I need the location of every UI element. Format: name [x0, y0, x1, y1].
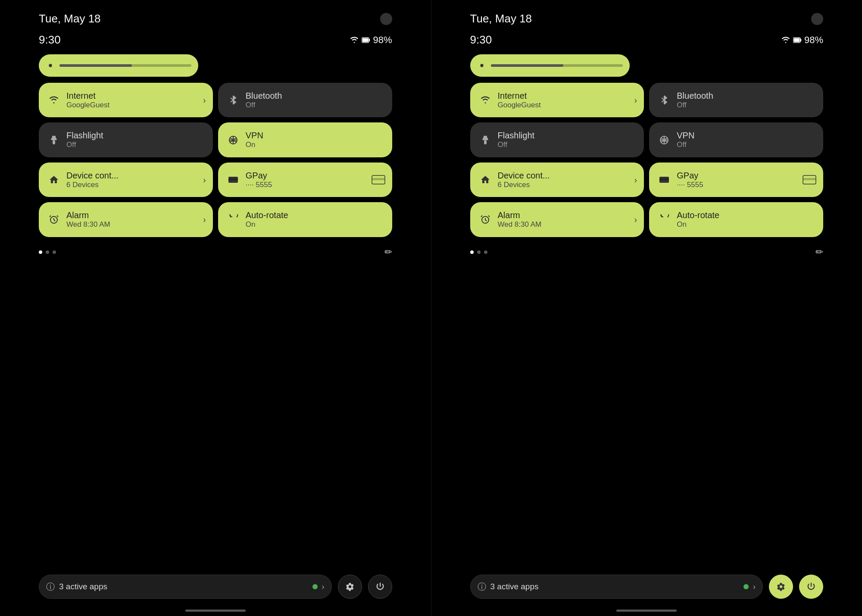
alarm-icon: [47, 214, 60, 225]
alarm-icon: [479, 214, 492, 225]
svg-rect-13: [372, 178, 385, 180]
settings-icon: [345, 582, 355, 591]
wifi-status-icon: [781, 37, 790, 44]
page-dots: [470, 250, 487, 254]
tile-subtitle: ···· 5555: [677, 181, 703, 189]
active-apps-text: 3 active apps: [490, 582, 740, 591]
battery-status-icon: [793, 37, 802, 43]
info-icon: ⓘ: [46, 581, 55, 593]
tile-vpn[interactable]: VPN On: [218, 122, 392, 157]
tile-subtitle: On: [246, 141, 263, 149]
tile-text: VPN Off: [677, 130, 694, 149]
rotate-icon: [658, 214, 671, 225]
vpn-icon: [227, 135, 240, 145]
home-indicator: [616, 610, 677, 612]
tile-title: Device cont...: [498, 170, 550, 181]
tile-card-extra: [372, 175, 385, 184]
tile-bluetooth[interactable]: Bluetooth Off: [218, 83, 392, 117]
brightness-row[interactable]: [39, 54, 392, 77]
svg-rect-7: [52, 136, 56, 138]
tile-autorotate[interactable]: Auto-rotate On: [649, 202, 823, 237]
tile-gpay[interactable]: GPay ···· 5555: [218, 163, 392, 197]
sun-icon: [477, 61, 487, 70]
tile-arrow: ›: [634, 175, 637, 184]
brightness-row[interactable]: [470, 54, 824, 77]
tile-text: Alarm Wed 8:30 AM: [66, 210, 110, 229]
brightness-fill: [491, 64, 563, 67]
tile-flashlight[interactable]: Flashlight Off: [39, 122, 213, 157]
tile-title: Device cont...: [66, 170, 119, 181]
tile-flashlight[interactable]: Flashlight Off: [470, 122, 644, 157]
tile-title: Flashlight: [66, 130, 103, 141]
settings-button[interactable]: [338, 575, 362, 599]
tile-device[interactable]: Device cont... 6 Devices ›: [39, 163, 213, 197]
status-time: 9:30: [470, 33, 492, 47]
tile-subtitle: Off: [66, 141, 103, 149]
tile-vpn[interactable]: VPN Off: [649, 122, 823, 157]
tile-text: Internet GoogleGuest: [498, 91, 541, 109]
tile-arrow: ›: [203, 215, 206, 225]
tile-subtitle: Wed 8:30 AM: [498, 220, 542, 229]
flashlight-icon: [479, 135, 492, 145]
svg-rect-11: [228, 178, 238, 180]
tile-autorotate[interactable]: Auto-rotate On: [218, 202, 392, 237]
page-dot-3[interactable]: [53, 250, 56, 254]
status-icons: 98%: [781, 34, 823, 46]
svg-rect-1: [369, 38, 370, 41]
svg-rect-17: [794, 38, 800, 42]
page-dot-1[interactable]: [39, 250, 42, 254]
home-icon: [47, 175, 60, 185]
battery-percentage: 98%: [373, 34, 392, 46]
tile-title: Bluetooth: [246, 91, 282, 101]
status-bar: Tue, May 18: [39, 0, 392, 30]
tile-subtitle: 6 Devices: [66, 181, 119, 189]
tile-arrow: ›: [203, 95, 206, 105]
edit-icon[interactable]: ✏: [384, 247, 392, 258]
phone-panel-right: Tue, May 18 9:30 98%: [431, 0, 862, 616]
page-dot-2[interactable]: [46, 250, 49, 254]
tile-gpay[interactable]: GPay ···· 5555: [649, 163, 823, 197]
brightness-bar[interactable]: [470, 54, 630, 77]
home-icon: [479, 175, 492, 185]
tile-subtitle: GoogleGuest: [66, 101, 109, 109]
dots-row: ✏: [470, 242, 824, 266]
status-time-row: 9:30 98%: [470, 30, 824, 54]
power-button[interactable]: [368, 575, 392, 599]
power-button[interactable]: [799, 575, 823, 599]
brightness-track[interactable]: [59, 64, 191, 67]
pill-arrow: ›: [322, 582, 325, 591]
wifi-status-icon: [350, 37, 359, 44]
tile-subtitle: On: [246, 220, 288, 229]
tile-internet[interactable]: Internet GoogleGuest ›: [39, 83, 213, 117]
tile-text: Auto-rotate On: [677, 210, 719, 229]
tile-subtitle: Off: [498, 141, 535, 149]
tile-alarm[interactable]: Alarm Wed 8:30 AM ›: [39, 202, 213, 237]
tile-alarm[interactable]: Alarm Wed 8:30 AM ›: [470, 202, 644, 237]
tile-text: Bluetooth Off: [246, 91, 282, 109]
tile-title: GPay: [677, 170, 703, 181]
page-dot-2[interactable]: [477, 250, 481, 254]
page-dot-1[interactable]: [470, 250, 474, 254]
active-apps-pill[interactable]: ⓘ 3 active apps ›: [39, 575, 332, 599]
bluetooth-icon: [227, 95, 240, 105]
tile-bluetooth[interactable]: Bluetooth Off: [649, 83, 823, 117]
brightness-bar[interactable]: [39, 54, 198, 77]
status-bar: Tue, May 18: [470, 0, 824, 30]
edit-icon[interactable]: ✏: [815, 247, 823, 258]
status-time: 9:30: [39, 33, 61, 47]
active-apps-text: 3 active apps: [59, 582, 308, 591]
brightness-track[interactable]: [491, 64, 623, 67]
active-apps-pill[interactable]: ⓘ 3 active apps ›: [470, 575, 763, 599]
page-dot-3[interactable]: [484, 250, 487, 254]
power-icon: [375, 582, 385, 591]
tile-internet[interactable]: Internet GoogleGuest ›: [470, 83, 644, 117]
tile-subtitle: Wed 8:30 AM: [66, 220, 110, 229]
tiles-grid: Internet GoogleGuest › Bluetooth Off: [39, 83, 392, 237]
tile-title: VPN: [677, 130, 694, 141]
tile-device[interactable]: Device cont... 6 Devices ›: [470, 163, 644, 197]
svg-rect-2: [363, 38, 369, 42]
tile-text: VPN On: [246, 130, 263, 149]
tile-title: VPN: [246, 130, 263, 141]
settings-button[interactable]: [769, 575, 793, 599]
tile-title: GPay: [246, 170, 272, 181]
